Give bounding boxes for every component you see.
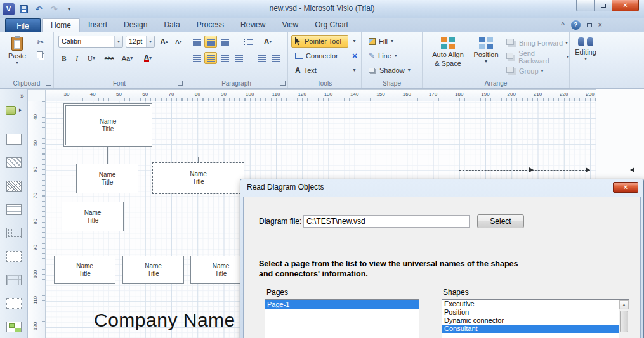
change-case-button[interactable]: Aa▾ bbox=[119, 52, 136, 64]
stencil-master-icon[interactable] bbox=[6, 298, 22, 309]
pointer-tool-button[interactable]: Pointer Tool bbox=[291, 35, 348, 48]
scroll-up-icon[interactable]: ▲ bbox=[619, 300, 629, 309]
align-center-button[interactable] bbox=[204, 52, 217, 64]
stencil-master-icon[interactable] bbox=[6, 322, 22, 332]
align-left-button[interactable] bbox=[190, 52, 203, 64]
text-tool-dropdown[interactable]: ▾ bbox=[350, 64, 359, 77]
org-chart-shape-solid[interactable]: NameTitle bbox=[76, 164, 138, 193]
pointer-tool-dropdown[interactable]: ▾ bbox=[350, 35, 359, 48]
stencil-master-icon[interactable] bbox=[6, 157, 22, 168]
shapes-list-item[interactable]: Consultant bbox=[442, 325, 619, 333]
group-font: Calibri ▾ 12pt ▾ A▴ A▾ B I U▾ abc Aa▾ A▾… bbox=[54, 32, 185, 88]
italic-button[interactable]: I bbox=[71, 52, 82, 64]
connection-point-tool-button[interactable]: × bbox=[350, 49, 360, 62]
pages-list-item[interactable]: Page-1 bbox=[265, 300, 419, 309]
text-tool-button[interactable]: A Text bbox=[291, 64, 348, 77]
doc-restore-button[interactable] bbox=[587, 20, 592, 30]
tab-file[interactable]: File bbox=[5, 18, 41, 32]
auto-align-space-button[interactable]: Auto Align & Space bbox=[428, 34, 468, 77]
editing-button[interactable]: Editing ▾ bbox=[572, 35, 599, 79]
org-chart-shape-solid[interactable]: NameTitle bbox=[62, 202, 124, 231]
tab-design[interactable]: Design bbox=[115, 18, 155, 32]
paste-button[interactable]: Paste ▾ bbox=[3, 34, 31, 76]
shapes-list-item[interactable]: Executive bbox=[442, 300, 619, 308]
send-backward-button[interactable]: Send Backward ▾ bbox=[506, 51, 569, 63]
stencil-master-icon[interactable] bbox=[6, 251, 22, 262]
chevron-down-icon: ▾ bbox=[485, 60, 487, 63]
help-button[interactable]: ? bbox=[571, 20, 581, 30]
shapes-window-icon[interactable] bbox=[6, 106, 16, 115]
align-bottom-button[interactable] bbox=[218, 36, 231, 48]
org-chart-shape-solid[interactable]: NameTitle bbox=[54, 256, 115, 284]
shapes-listbox[interactable]: ExecutivePositionDynamic connectorConsul… bbox=[442, 299, 629, 338]
grow-font-button[interactable]: A▴ bbox=[157, 36, 171, 48]
underline-button[interactable]: U▾ bbox=[84, 52, 99, 64]
stencil-master-icon[interactable] bbox=[6, 181, 22, 192]
justify-button[interactable] bbox=[232, 52, 245, 64]
align-middle-button[interactable] bbox=[204, 36, 217, 48]
select-button[interactable]: Select bbox=[477, 214, 524, 228]
tab-home[interactable]: Home bbox=[42, 18, 80, 32]
dialog-launcher-icon[interactable] bbox=[178, 81, 183, 86]
dialog-launcher-icon[interactable] bbox=[280, 81, 286, 86]
pages-listbox[interactable]: Page-1 bbox=[265, 299, 419, 338]
stencil-master-icon[interactable] bbox=[6, 134, 22, 145]
tab-review[interactable]: Review bbox=[232, 18, 273, 32]
stencil-master-icon[interactable] bbox=[6, 204, 22, 215]
collapse-ribbon-button[interactable]: ^ bbox=[561, 20, 564, 30]
stencil-master-icon[interactable] bbox=[6, 228, 22, 238]
text-direction-button[interactable]: A▾ bbox=[260, 36, 275, 48]
stencil-master-icon[interactable] bbox=[6, 275, 22, 285]
org-chart-shape-double[interactable]: NameTitle bbox=[63, 103, 152, 147]
shrink-font-button[interactable]: A▾ bbox=[172, 36, 185, 48]
shapes-list-item[interactable]: Position bbox=[442, 308, 619, 316]
tab-insert[interactable]: Insert bbox=[80, 18, 115, 32]
minimize-button[interactable]: – bbox=[576, 0, 595, 11]
diagram-file-input[interactable]: C:\TEST\new.vsd bbox=[303, 215, 470, 228]
ruler-number: 210 bbox=[534, 91, 542, 97]
bold-button[interactable]: B bbox=[58, 52, 70, 64]
position-button[interactable]: Position ▾ bbox=[470, 34, 503, 77]
strikethrough-button[interactable]: abc bbox=[102, 52, 117, 64]
cut-button[interactable]: ✂ bbox=[34, 36, 47, 48]
group-button[interactable]: Group ▾ bbox=[506, 65, 544, 77]
v-ruler[interactable]: 405060708090100110120 bbox=[28, 101, 46, 338]
expand-shapes-panel-button[interactable]: » bbox=[20, 92, 24, 100]
group-label-arrange: Arrange bbox=[423, 80, 569, 87]
restore-button[interactable] bbox=[594, 0, 612, 11]
copy-button[interactable] bbox=[34, 49, 47, 62]
line-button[interactable]: ✎ Line ▾ bbox=[365, 49, 414, 62]
dialog-launcher-icon[interactable] bbox=[46, 81, 51, 86]
font-color-button[interactable]: A▾ bbox=[139, 52, 157, 64]
group-shape: Fill ▾ ✎ Line ▾ Shadow ▾ Shape bbox=[362, 32, 423, 88]
font-family-select[interactable]: Calibri ▾ bbox=[58, 36, 123, 48]
bring-forward-button[interactable]: Bring Forward ▾ bbox=[506, 37, 568, 49]
close-button[interactable]: × bbox=[612, 0, 639, 11]
org-chart-shape-dashed[interactable]: NameTitle bbox=[152, 162, 244, 194]
tab-process[interactable]: Process bbox=[188, 18, 232, 32]
tab-org-chart[interactable]: Org Chart bbox=[306, 18, 357, 32]
font-size-select[interactable]: 12pt ▾ bbox=[126, 36, 155, 48]
window-title: new.vsd - Microsoft Visio (Trial) bbox=[0, 0, 644, 18]
pencil-icon: ✎ bbox=[369, 51, 375, 60]
doc-close-button[interactable]: × bbox=[598, 20, 602, 30]
dialog-close-button[interactable]: × bbox=[613, 182, 638, 193]
shapes-scrollbar[interactable]: ▲ bbox=[619, 300, 629, 338]
shapes-list-item[interactable]: Dynamic connector bbox=[442, 316, 619, 325]
ruler-number: 200 bbox=[508, 91, 516, 97]
scrollbar-thumb[interactable] bbox=[620, 311, 628, 332]
connector-tool-button[interactable]: Connector bbox=[291, 49, 348, 62]
tab-view[interactable]: View bbox=[273, 18, 306, 32]
org-chart-shape-solid[interactable]: NameTitle bbox=[122, 256, 184, 284]
dynamic-connector-selected[interactable] bbox=[459, 170, 590, 171]
decrease-indent-button[interactable] bbox=[255, 52, 268, 64]
bullets-button[interactable] bbox=[241, 36, 255, 48]
shadow-button[interactable]: Shadow ▾ bbox=[365, 64, 419, 77]
align-right-button[interactable] bbox=[218, 52, 231, 64]
increase-indent-button[interactable] bbox=[269, 52, 282, 64]
tab-data[interactable]: Data bbox=[155, 18, 188, 32]
h-ruler[interactable]: 3040506070809010011012013014015016017018… bbox=[46, 89, 596, 101]
company-name-text[interactable]: Company Name bbox=[94, 309, 235, 331]
fill-button[interactable]: Fill ▾ bbox=[365, 35, 414, 48]
align-top-button[interactable] bbox=[190, 36, 203, 48]
